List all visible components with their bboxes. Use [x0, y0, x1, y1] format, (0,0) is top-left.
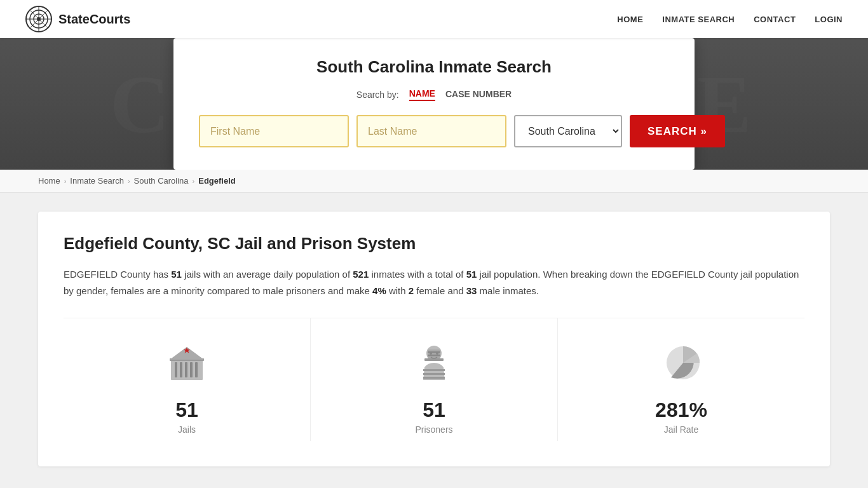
svg-rect-24	[423, 377, 445, 379]
content-description: EDGEFIELD County has 51 jails with an av…	[64, 266, 804, 299]
search-by-label: Search by:	[356, 90, 399, 100]
jails-number: 51	[175, 398, 198, 422]
prisoners-number: 51	[423, 398, 445, 422]
breadcrumb-home[interactable]: Home	[38, 176, 60, 186]
breadcrumb-sep-1: ›	[64, 177, 67, 185]
prisoners-label: Prisoners	[415, 424, 452, 435]
breadcrumb-sep-3: ›	[193, 177, 195, 185]
search-by-row: Search by: NAME CASE NUMBER	[199, 88, 669, 101]
header: StateCourts HOME INMATE SEARCH CONTACT L…	[0, 0, 868, 38]
search-card: South Carolina Inmate Search Search by: …	[173, 38, 695, 170]
logo-text: StateCourts	[58, 12, 130, 27]
svg-rect-10	[180, 362, 182, 377]
pie-chart-icon	[656, 337, 707, 388]
svg-rect-11	[185, 362, 187, 377]
logo-area[interactable]: StateCourts	[25, 6, 130, 32]
first-name-input[interactable]	[199, 115, 349, 147]
search-fields: South CarolinaAlabamaAlaskaArizonaArkans…	[199, 115, 669, 147]
content-card: Edgefield County, SC Jail and Prison Sys…	[38, 212, 830, 466]
svg-rect-21	[428, 355, 440, 356]
jail-rate-label: Jail Rate	[664, 424, 698, 435]
main-content: Edgefield County, SC Jail and Prison Sys…	[0, 193, 868, 488]
stat-jail-rate: 281% Jail Rate	[558, 318, 804, 441]
main-nav: HOME INMATE SEARCH CONTACT LOGIN	[617, 15, 843, 24]
breadcrumb-inmate-search[interactable]: Inmate Search	[70, 176, 124, 186]
jail-rate-number: 281%	[655, 398, 707, 422]
breadcrumb-current: Edgefield	[198, 176, 236, 186]
svg-rect-9	[175, 362, 177, 377]
last-name-input[interactable]	[356, 115, 506, 147]
nav-contact[interactable]: CONTACT	[754, 15, 796, 24]
logo-icon	[25, 6, 52, 32]
svg-rect-23	[423, 373, 445, 375]
stats-row: 51 Jails	[64, 318, 804, 441]
content-title: Edgefield County, SC Jail and Prison Sys…	[64, 234, 804, 254]
nav-login[interactable]: LOGIN	[815, 15, 843, 24]
search-title: South Carolina Inmate Search	[199, 57, 669, 77]
svg-rect-22	[423, 369, 445, 371]
nav-home[interactable]: HOME	[617, 15, 643, 24]
jail-icon	[161, 337, 212, 388]
svg-rect-20	[428, 351, 440, 353]
state-select[interactable]: South CarolinaAlabamaAlaskaArizonaArkans…	[514, 115, 622, 147]
tab-name[interactable]: NAME	[409, 88, 435, 101]
stat-jails: 51 Jails	[64, 318, 311, 441]
breadcrumb-sep-2: ›	[128, 177, 130, 185]
breadcrumb-south-carolina[interactable]: South Carolina	[134, 176, 189, 186]
jails-label: Jails	[178, 424, 196, 435]
tab-case-number[interactable]: CASE NUMBER	[445, 89, 512, 100]
nav-inmate-search[interactable]: INMATE SEARCH	[662, 15, 735, 24]
breadcrumb: Home › Inmate Search › South Carolina › …	[0, 170, 868, 193]
svg-rect-13	[195, 362, 198, 377]
svg-rect-19	[428, 349, 440, 358]
hero-section: COURTHOUSE South Carolina Inmate Search …	[0, 38, 868, 170]
stat-prisoners: 51 Prisoners	[311, 318, 558, 441]
svg-point-25	[430, 352, 432, 355]
svg-point-26	[436, 352, 438, 355]
svg-rect-12	[190, 362, 193, 377]
prisoner-icon	[409, 337, 459, 388]
search-button[interactable]: SEARCH »	[630, 115, 725, 147]
